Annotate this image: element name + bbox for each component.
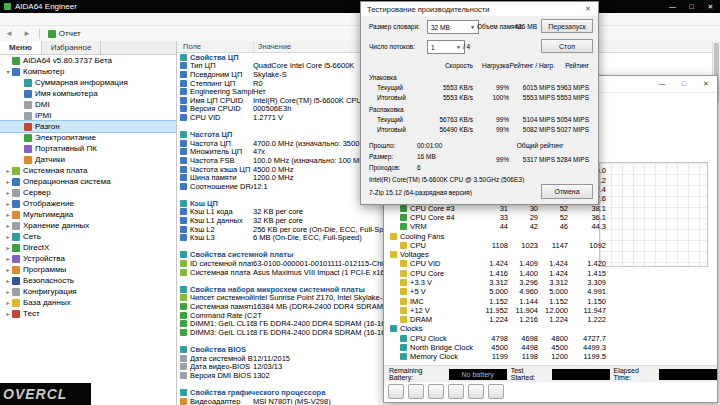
sensor-row[interactable]: CPU Core 1.416 1.400 1.424 1.415 (388, 269, 606, 278)
sensor-row[interactable]: VRM 44 42 46 44.3 (388, 222, 606, 231)
sensor-row[interactable]: CPU VID 1.424 1.409 1.424 1.420 (388, 259, 606, 268)
test-started-label: Test Started: (511, 367, 548, 381)
expand-arrow-icon: ▸ (4, 233, 12, 240)
field-name: Шина памяти (190, 173, 253, 182)
row-icon (180, 294, 187, 301)
sensor-maximum: 3.312 (538, 278, 568, 287)
stability-button[interactable] (448, 384, 464, 399)
row-icon (180, 363, 187, 370)
stability-button[interactable] (388, 384, 404, 399)
tree-item[interactable]: AIDA64 v5.80.3737 Бета (0, 55, 176, 66)
row-icon (180, 251, 187, 258)
back-button[interactable]: ◄ (0, 29, 18, 38)
sensor-row[interactable]: North Bridge Clock 4500 4498 4500 4499.3 (388, 343, 606, 352)
field-name: Системная плата (190, 268, 253, 277)
tree-item-label: Компьютер (23, 67, 64, 76)
tree-item[interactable]: Суммарная информация (0, 77, 176, 88)
tree-item[interactable]: ▸ Операционная система (0, 176, 176, 187)
stability-button[interactable] (468, 384, 484, 399)
tree-item[interactable]: Датчики (0, 154, 176, 165)
tree-item[interactable]: ▸ Безопасность (0, 275, 176, 286)
tree-item[interactable]: ▸ Отображение (0, 198, 176, 209)
close-button[interactable]: ✕ (695, 76, 717, 92)
tree-item[interactable]: DMI (0, 99, 176, 110)
tree-item[interactable]: ▾ Компьютер (0, 66, 176, 77)
sensor-row[interactable]: CPU Core #4 33 29 52 36.1 (388, 213, 606, 222)
sensor-minimum: 3.296 (508, 278, 538, 287)
tree-item[interactable]: Электропитание (0, 132, 176, 143)
tree-item[interactable]: IPMI (0, 110, 176, 121)
column-field[interactable]: Поле (177, 41, 254, 52)
sensor-minimum: 4.960 (508, 287, 538, 296)
report-button[interactable]: Отчет (43, 29, 86, 38)
tree-item[interactable]: ▸ Конфигурация (0, 286, 176, 297)
tree-item[interactable]: Имя компьютера (0, 88, 176, 99)
column-value[interactable]: Значение (254, 42, 291, 51)
sensor-row[interactable]: Clocks (388, 324, 606, 333)
stability-buttons (388, 384, 713, 400)
minimize-button[interactable]: — (651, 76, 673, 92)
sensor-row[interactable]: +12 V 11.952 11.904 12.000 11.947 (388, 306, 606, 315)
tab-favorites[interactable]: Избранное (42, 41, 102, 54)
field-name: Command Rate (CR) (190, 311, 253, 320)
field-name: Engineering Sample (190, 87, 253, 96)
tree-item[interactable]: ▸ Устройства (0, 253, 176, 264)
tree-item-icon (12, 299, 20, 307)
tree-item-icon (12, 310, 20, 318)
final-label: Итоговый (377, 126, 406, 133)
sensor-row[interactable]: +5 V 5.000 4.960 5.000 4.991 (388, 287, 606, 296)
stability-button[interactable] (488, 384, 504, 399)
tree-item-icon (12, 68, 20, 76)
field-name: Кэш L2 (190, 225, 253, 234)
sensor-icon (400, 288, 407, 295)
minimize-button[interactable]: — (663, 0, 682, 13)
tree-item[interactable]: Портативный ПК (0, 143, 176, 154)
sensor-minimum: 1.144 (508, 297, 538, 306)
sensor-row[interactable]: Cooling Fans (388, 231, 606, 240)
tree-item[interactable]: Разгон (0, 121, 176, 132)
tree-item-icon (24, 123, 32, 131)
row-icon (180, 312, 187, 319)
tree-item[interactable]: ▸ Программы (0, 264, 176, 275)
restart-button[interactable]: Перезапуск (541, 19, 593, 33)
maximize-button[interactable]: □ (682, 0, 701, 13)
sensor-row[interactable]: CPU 1108 1023 1147 1092 (388, 241, 606, 250)
tree-item[interactable]: ▸ Мультимедиа (0, 209, 176, 220)
close-button[interactable]: ✕ (701, 0, 720, 13)
col-speed: Скорость (421, 62, 473, 69)
close-button[interactable]: ✕ (578, 2, 598, 16)
tree-item[interactable]: ▸ Системная плата (0, 165, 176, 176)
chevron-down-icon: ▼ (467, 24, 475, 30)
sensor-row[interactable]: DRAM 1.224 1.216 1.224 1.222 (388, 315, 606, 324)
tree-item[interactable]: ▸ Тест (0, 308, 176, 319)
value: 5027 MIPS (555, 126, 589, 133)
maximize-button[interactable]: □ (673, 76, 695, 92)
cancel-button[interactable]: Отмена (541, 184, 593, 199)
stop-button[interactable]: Стоп (541, 39, 593, 53)
sensor-row[interactable]: IMC 1.152 1.144 1.152 1.150 (388, 296, 606, 305)
tree-item[interactable]: ▸ База данных (0, 297, 176, 308)
field-name: Дата системной BIOS (190, 354, 253, 363)
sensor-current: 1.424 (478, 259, 508, 268)
tree-item[interactable]: ▸ Сеть (0, 231, 176, 242)
sensor-row[interactable]: +3.3 V 3.312 3.296 3.312 3.309 (388, 278, 606, 287)
tree-item[interactable]: ▸ DirectX (0, 242, 176, 253)
forward-button[interactable]: ► (18, 29, 36, 38)
stability-button[interactable] (428, 384, 444, 399)
sensor-row[interactable]: Memory Clock 1199 1198 1200 1199.5 (388, 352, 606, 361)
sensor-row[interactable]: CPU Clock 4798 4698 4800 4727.7 (388, 334, 606, 343)
sensor-maximum: 1.224 (538, 315, 568, 324)
tab-menu[interactable]: Меню (0, 41, 42, 54)
value: 5553 MIPS (509, 94, 555, 101)
sensor-maximum: 1.152 (538, 297, 568, 306)
dialog-body: Размер словаря: 32 MB ▼ Объем памяти: 43… (361, 16, 598, 204)
row-icon (180, 217, 187, 224)
sensor-row[interactable]: Voltages (388, 250, 606, 259)
dictionary-size-select[interactable]: 32 MB ▼ (427, 20, 479, 34)
tree-item-label: AIDA64 v5.80.3737 Бета (23, 56, 112, 65)
tree-item[interactable]: ▸ Сервер (0, 187, 176, 198)
stability-button[interactable] (408, 384, 424, 399)
tree-item[interactable]: ▸ Хранение данных (0, 220, 176, 231)
current-label: Текущий (377, 84, 403, 91)
threads-select[interactable]: 1 ▼ (427, 40, 465, 54)
